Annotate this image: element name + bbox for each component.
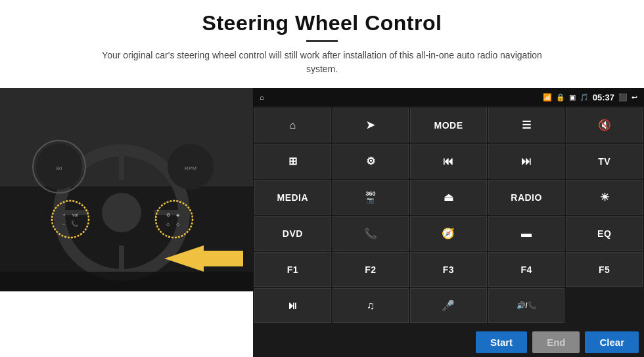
svg-text:RPM: RPM bbox=[185, 165, 196, 171]
btn-navi[interactable]: 🧭 bbox=[410, 216, 487, 251]
btn-radio[interactable]: RADIO bbox=[488, 180, 565, 215]
navi-icon: 🧭 bbox=[442, 227, 455, 240]
radio-label: RADIO bbox=[511, 192, 542, 203]
back-icon: ↩ bbox=[632, 93, 637, 102]
playpause-icon: ⏯ bbox=[287, 300, 298, 312]
btn-empty2 bbox=[254, 324, 331, 326]
f2-label: F2 bbox=[365, 264, 376, 275]
btn-dvd[interactable]: DVD bbox=[254, 216, 331, 251]
btn-nav[interactable]: ➤ bbox=[333, 108, 409, 142]
sim-icon: ▣ bbox=[569, 93, 576, 102]
svg-text:vol: vol bbox=[72, 213, 78, 217]
btn-f3[interactable]: F3 bbox=[410, 252, 487, 287]
brightness-icon: ☀ bbox=[600, 191, 609, 203]
home-icon: ⌂ bbox=[289, 119, 296, 131]
screen-icon: ⬛ bbox=[618, 93, 628, 102]
dvd-label: DVD bbox=[283, 228, 303, 239]
svg-point-7 bbox=[102, 193, 141, 232]
action-bar: Start End Clear bbox=[253, 327, 644, 357]
status-bar: ⌂ 📶 🔒 ▣ 🎵 05:37 ⬛ ↩ bbox=[253, 88, 644, 106]
prev-icon: ⏮ bbox=[443, 156, 453, 167]
next-icon: ⏭ bbox=[521, 156, 532, 167]
page-wrapper: Steering Wheel Control Your original car… bbox=[0, 0, 644, 357]
btn-list[interactable]: ☰ bbox=[488, 108, 565, 142]
btn-home[interactable]: ⌂ bbox=[254, 108, 331, 142]
title-divider bbox=[306, 40, 338, 42]
button-grid: ⌂ ➤ MODE ☰ 🔇 ⊞ ⚙ bbox=[253, 106, 644, 327]
svg-text:📞: 📞 bbox=[71, 220, 79, 228]
lock-icon: 🔒 bbox=[556, 93, 565, 102]
btn-screen[interactable]: ▬ bbox=[488, 216, 565, 251]
f5-label: F5 bbox=[599, 264, 610, 275]
phone-icon: 📞 bbox=[364, 227, 377, 240]
wifi-icon: 📶 bbox=[543, 93, 552, 102]
btn-f5[interactable]: F5 bbox=[566, 252, 643, 287]
music-icon: ♫ bbox=[367, 300, 375, 312]
btn-f1[interactable]: F1 bbox=[254, 252, 331, 287]
btn-settings[interactable]: ⚙ bbox=[333, 144, 409, 178]
btn-apps[interactable]: ⊞ bbox=[254, 144, 331, 178]
end-button[interactable]: End bbox=[532, 331, 580, 353]
mic-icon: 🎤 bbox=[442, 299, 455, 312]
svg-text:80: 80 bbox=[57, 165, 62, 171]
btn-f4[interactable]: F4 bbox=[488, 252, 565, 287]
btn-360cam[interactable]: 360📷 bbox=[333, 180, 409, 215]
mode-label: MODE bbox=[434, 120, 463, 131]
svg-text:+: + bbox=[62, 212, 66, 218]
cam-icon: 360📷 bbox=[365, 191, 375, 204]
btn-mic[interactable]: 🎤 bbox=[410, 288, 487, 323]
btn-eq[interactable]: EQ bbox=[566, 216, 643, 251]
btn-next[interactable]: ⏭ bbox=[488, 144, 565, 178]
page-subtitle: Your original car's steering wheel contr… bbox=[99, 49, 545, 76]
btn-eject[interactable]: ⏏ bbox=[410, 180, 487, 215]
settings-icon: ⚙ bbox=[366, 155, 375, 167]
home-status-icon: ⌂ bbox=[260, 93, 264, 101]
control-panel: ⌂ 📶 🔒 ▣ 🎵 05:37 ⬛ ↩ ⌂ bbox=[253, 88, 644, 357]
nav-icon: ➤ bbox=[366, 119, 375, 131]
apps-icon: ⊞ bbox=[288, 155, 297, 167]
content-area: 80 RPM + − vol 📞 ⚙ ◇ ◈ ◇ bbox=[0, 88, 644, 357]
page-title: Steering Wheel Control bbox=[39, 12, 605, 35]
btn-f2[interactable]: F2 bbox=[333, 252, 409, 287]
f3-label: F3 bbox=[443, 264, 454, 275]
btn-brightness[interactable]: ☀ bbox=[566, 180, 643, 215]
media-label: MEDIA bbox=[277, 192, 308, 203]
svg-text:−: − bbox=[62, 221, 66, 227]
volphone-icon: 🔊/📞 bbox=[517, 301, 537, 310]
car-image: 80 RPM + − vol 📞 ⚙ ◇ ◈ ◇ bbox=[0, 88, 253, 291]
btn-music[interactable]: ♫ bbox=[333, 288, 409, 323]
btn-tv[interactable]: TV bbox=[566, 144, 643, 178]
eject-icon: ⏏ bbox=[444, 191, 453, 203]
svg-text:⚙: ⚙ bbox=[166, 213, 170, 217]
status-bar-right: 📶 🔒 ▣ 🎵 05:37 ⬛ ↩ bbox=[543, 93, 637, 102]
start-button[interactable]: Start bbox=[476, 331, 527, 353]
eq-label: EQ bbox=[597, 228, 611, 239]
btn-empty1 bbox=[566, 288, 643, 323]
list-icon: ☰ bbox=[522, 119, 531, 131]
f4-label: F4 bbox=[520, 264, 532, 275]
status-bar-left: ⌂ bbox=[260, 93, 264, 101]
btn-mode[interactable]: MODE bbox=[410, 108, 487, 142]
btn-mute[interactable]: 🔇 bbox=[566, 108, 643, 142]
btn-prev[interactable]: ⏮ bbox=[410, 144, 487, 178]
header-section: Steering Wheel Control Your original car… bbox=[0, 0, 644, 81]
tv-label: TV bbox=[598, 156, 610, 167]
clear-button[interactable]: Clear bbox=[585, 331, 639, 353]
status-time: 05:37 bbox=[593, 93, 614, 102]
screen2-icon: ▬ bbox=[521, 228, 532, 240]
btn-playpause[interactable]: ⏯ bbox=[254, 288, 331, 323]
svg-rect-24 bbox=[0, 272, 253, 291]
btn-volphone[interactable]: 🔊/📞 bbox=[488, 288, 565, 323]
mute-icon: 🔇 bbox=[598, 119, 611, 131]
bt-icon: 🎵 bbox=[580, 93, 589, 102]
btn-media[interactable]: MEDIA bbox=[254, 180, 331, 215]
btn-phone[interactable]: 📞 bbox=[333, 216, 409, 251]
f1-label: F1 bbox=[287, 264, 298, 275]
